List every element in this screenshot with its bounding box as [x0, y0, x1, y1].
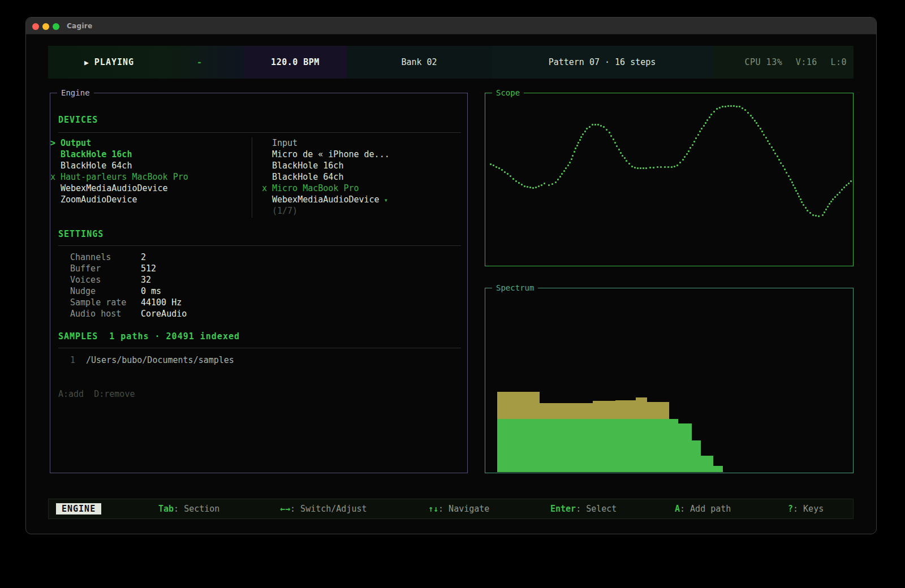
sample-path-value: /Users/bubo/Documents/samples: [86, 354, 234, 366]
setting-value[interactable]: CoreAudio: [141, 308, 187, 319]
scope-sample-dot: [624, 157, 626, 159]
scope-sample-dot: [780, 162, 782, 164]
scope-sample-dot: [580, 136, 582, 138]
scope-sample-dot: [610, 135, 612, 137]
engine-panel-title: Engine: [57, 88, 94, 97]
pattern-segment[interactable]: Pattern 07 · 16 steps: [492, 46, 713, 79]
scope-sample-dot: [818, 215, 820, 217]
scope-sample-dot: [761, 131, 763, 132]
setting-value[interactable]: 0 ms: [141, 286, 161, 297]
zoom-window-button[interactable]: [53, 23, 59, 30]
scope-sample-dot: [809, 212, 811, 214]
device-item: (1/7): [262, 205, 454, 217]
scope-sample-dot: [822, 214, 824, 216]
device-item[interactable]: ZoomAudioDevice: [50, 194, 243, 205]
samples-key-hint: A:add D:remove: [58, 389, 135, 399]
device-item[interactable]: WebexMediaAudioDevice▾: [262, 194, 454, 205]
device-item[interactable]: BlackHole 16ch: [262, 160, 454, 171]
scope-sample-dot: [572, 155, 574, 157]
scope-sample-dot: [769, 143, 770, 145]
scope-sample-dot: [839, 192, 841, 193]
scope-sample-dot: [575, 148, 576, 149]
shortcut-hint: ←→: Switch/Adjust: [280, 504, 367, 514]
scope-sample-dot: [736, 106, 738, 107]
scope-sample-dot: [613, 139, 614, 140]
scope-sample-dot: [507, 173, 508, 175]
scope-sample-dot: [786, 172, 787, 174]
scope-sample-dot: [586, 128, 588, 129]
device-item[interactable]: WebexMediaAudioDevice: [50, 183, 243, 194]
spectrum-level-segment: [669, 419, 678, 472]
bank-segment[interactable]: Bank 02: [347, 46, 492, 79]
setting-label: Channels: [70, 252, 111, 263]
scope-sample-dot: [524, 185, 525, 187]
setting-value[interactable]: 2: [141, 252, 146, 263]
dropdown-arrow-icon: ▾: [384, 196, 388, 204]
scope-sample-dot: [620, 152, 622, 154]
setting-label: Audio host: [70, 308, 121, 319]
device-list-header: Input: [262, 137, 454, 149]
scope-sample-dot: [498, 167, 500, 169]
scope-sample-dot: [561, 173, 563, 175]
scope-sample-dot: [527, 186, 528, 188]
scope-sample-dot: [730, 105, 732, 107]
window-title: Cagire: [67, 22, 92, 30]
scope-sample-dot: [512, 178, 514, 180]
scope-sample-dot: [614, 142, 616, 144]
minimize-window-button[interactable]: [42, 23, 49, 30]
scope-sample-dot: [692, 144, 693, 146]
samples-heading: SAMPLES 1 paths · 20491 indexed: [58, 331, 240, 341]
device-item[interactable]: BlackHole 64ch: [262, 171, 454, 183]
scope-sample-dot: [521, 184, 523, 185]
scope-sample-dot: [829, 203, 830, 205]
engine-panel: Engine DEVICES >OutputBlackHole 16chBlac…: [50, 93, 468, 473]
scope-sample-dot: [825, 209, 827, 210]
app-window: Cagire ▶ PLAYING - 120.0 BPM Bank 02 Pat…: [25, 17, 877, 534]
device-item[interactable]: BlackHole 16ch: [50, 149, 243, 160]
scope-sample-dot: [805, 207, 807, 209]
scope-sample-dot: [578, 142, 579, 144]
shortcut-key: Enter: [550, 504, 576, 514]
scope-sample-dot: [695, 137, 697, 139]
setting-label: Nudge: [70, 286, 96, 297]
setting-value[interactable]: 512: [141, 263, 156, 274]
device-item[interactable]: xHaut-parleurs MacBook Pro: [50, 171, 243, 183]
scope-sample-dot: [579, 139, 581, 141]
scope-sample-dot: [827, 206, 829, 207]
device-label: WebexMediaAudioDevice: [272, 194, 380, 205]
shortcut-hint: Enter: Select: [550, 504, 617, 514]
spectrum-level-segment: [692, 440, 701, 472]
scope-sample-dot: [515, 180, 517, 182]
scope-sample-dot: [589, 126, 591, 128]
scope-sample-dot: [557, 179, 559, 180]
scope-sample-dot: [846, 184, 847, 186]
scope-sample-dot: [774, 153, 776, 154]
spectrum-panel: Spectrum: [485, 288, 854, 473]
setting-value[interactable]: 32: [141, 274, 151, 286]
device-label: (1/7): [272, 206, 298, 216]
shortcut-key: ?: [788, 504, 793, 514]
setting-value[interactable]: 44100 Hz: [141, 297, 182, 308]
device-item[interactable]: BlackHole 64ch: [50, 160, 243, 171]
spectrum-level-segment: [540, 419, 593, 472]
scope-sample-dot: [592, 124, 593, 126]
transport-status-segment[interactable]: ▶ PLAYING -: [48, 46, 244, 79]
device-item[interactable]: Micro de « iPhone de...: [262, 149, 454, 160]
close-window-button[interactable]: [32, 23, 39, 30]
transport-bar: ▶ PLAYING - 120.0 BPM Bank 02 Pattern 07…: [48, 46, 854, 79]
scope-sample-dot: [797, 193, 799, 194]
scope-sample-dot: [606, 129, 607, 131]
scope-sample-dot: [722, 106, 723, 107]
scope-sample-dot: [535, 187, 537, 188]
scope-sample-dot: [544, 183, 545, 184]
scope-sample-dot: [603, 126, 605, 128]
scope-sample-dot: [667, 166, 669, 168]
pattern-value: Pattern 07 · 16 steps: [549, 57, 656, 67]
title-bar: Cagire: [26, 18, 876, 34]
device-item[interactable]: xMicro MacBook Pro: [262, 183, 454, 194]
scope-sample-dot: [571, 158, 572, 160]
device-label: Haut-parleurs MacBook Pro: [61, 172, 188, 182]
scope-sample-dot: [649, 167, 651, 168]
bpm-segment[interactable]: 120.0 BPM: [244, 46, 347, 79]
mode-badge[interactable]: ENGINE: [56, 503, 101, 514]
